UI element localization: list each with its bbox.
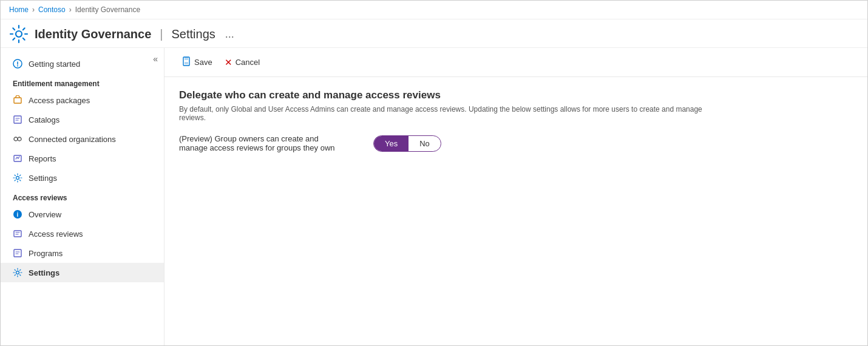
breadcrumb-current: Identity Governance [75,5,140,14]
sidebar-item-catalogs[interactable]: Catalogs [1,110,164,129]
sidebar-item-programs[interactable]: Programs [1,243,164,263]
svg-point-10 [16,271,19,274]
page-wrapper: Home › Contoso › Identity Governance Ide… [0,0,868,346]
sidebar-item-overview[interactable]: i Overview [1,205,164,224]
svg-rect-8 [14,231,21,237]
reports-icon [13,154,22,163]
svg-rect-12 [185,57,188,60]
sidebar-item-getting-started[interactable]: Getting started [1,54,164,73]
section-title: Delegate who can create and manage acces… [179,89,853,101]
setting-row-group-owners: (Preview) Group owners can create and ma… [179,134,853,152]
toggle-no-button[interactable]: No [409,136,441,151]
sidebar-item-reports-label: Reports [29,154,56,163]
overview-icon: i [13,209,22,219]
sidebar-item-programs-label: Programs [29,249,63,258]
settings-access-reviews-icon [13,268,22,277]
sidebar-item-access-reviews-label: Access reviews [29,229,83,239]
save-icon [181,56,191,68]
toggle-group-group-owners: Yes No [373,135,441,152]
sidebar-item-settings-entitlement[interactable]: Settings [1,168,164,188]
svg-point-7 [16,177,19,180]
sidebar-section-entitlement: Entitlement management [1,73,164,90]
svg-rect-13 [185,62,188,64]
access-reviews-icon [13,229,22,239]
svg-point-0 [16,31,22,37]
svg-rect-2 [14,98,21,103]
sidebar-item-getting-started-label: Getting started [29,59,80,69]
toolbar: Save ✕ Cancel [164,48,867,77]
svg-point-5 [18,137,21,141]
main-layout: « Getting started Entitlement management… [1,48,867,345]
settings-entitlement-icon [13,173,22,183]
sidebar-collapse-button[interactable]: « [153,54,158,64]
save-label: Save [194,58,212,67]
content-area: Save ✕ Cancel Delegate who can create an… [164,48,867,345]
cancel-label: Cancel [236,58,260,67]
sidebar-item-connected-organizations[interactable]: Connected organizations [1,129,164,149]
access-packages-icon [13,95,22,105]
setting-label-group-owners: (Preview) Group owners can create and ma… [179,134,349,152]
svg-point-4 [14,137,18,141]
breadcrumb-sep-1: › [32,5,35,14]
programs-icon [13,248,22,258]
sidebar-item-settings-access-reviews[interactable]: Settings [1,263,164,282]
sidebar: « Getting started Entitlement management… [1,48,164,345]
page-header: Identity Governance | Settings ... [1,19,867,48]
breadcrumb-sep-2: › [69,5,72,14]
section-desc: By default, only Global and User Access … [179,105,725,122]
getting-started-icon [13,59,22,69]
sidebar-item-connected-organizations-label: Connected organizations [29,135,116,144]
sidebar-item-settings-entitlement-label: Settings [29,174,57,183]
content-body: Delegate who can create and manage acces… [164,77,867,165]
header-divider: | [160,27,163,41]
sidebar-section-access-reviews: Access reviews [1,188,164,205]
svg-rect-6 [14,155,21,161]
save-button[interactable]: Save [177,54,217,70]
cancel-button[interactable]: ✕ Cancel [220,55,265,70]
cancel-icon: ✕ [225,57,232,68]
page-subtitle: Settings [171,27,215,41]
sidebar-item-settings-access-reviews-label: Settings [29,268,59,277]
connected-organizations-icon [13,134,22,144]
sidebar-item-catalogs-label: Catalogs [29,115,59,124]
header-ellipsis[interactable]: ... [225,28,234,41]
sidebar-item-access-packages-label: Access packages [29,96,90,105]
breadcrumb-home[interactable]: Home [9,5,29,14]
svg-rect-3 [14,116,21,123]
breadcrumb-contoso[interactable]: Contoso [38,5,66,14]
sidebar-item-reports[interactable]: Reports [1,149,164,168]
breadcrumb: Home › Contoso › Identity Governance [1,1,867,19]
sidebar-item-access-reviews[interactable]: Access reviews [1,224,164,243]
toggle-yes-button[interactable]: Yes [374,136,409,151]
svg-rect-9 [14,249,21,257]
gear-icon-large [9,24,29,44]
sidebar-item-access-packages[interactable]: Access packages [1,90,164,110]
catalogs-icon [13,115,22,124]
page-title: Identity Governance [35,27,151,41]
sidebar-item-overview-label: Overview [29,210,61,219]
